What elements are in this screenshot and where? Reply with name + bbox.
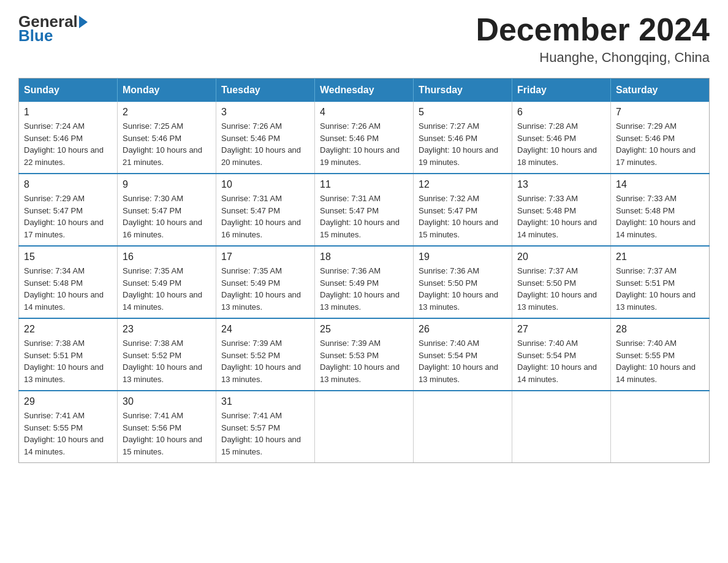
- day-info: Sunrise: 7:29 AMSunset: 5:46 PMDaylight:…: [616, 121, 696, 167]
- day-info: Sunrise: 7:26 AMSunset: 5:46 PMDaylight:…: [320, 121, 400, 167]
- day-info: Sunrise: 7:37 AMSunset: 5:51 PMDaylight:…: [616, 266, 696, 312]
- day-number: 28: [616, 324, 704, 335]
- day-number: 1: [24, 107, 112, 118]
- day-info: Sunrise: 7:36 AMSunset: 5:49 PMDaylight:…: [320, 266, 400, 312]
- day-number: 2: [123, 107, 211, 118]
- table-row: 26 Sunrise: 7:40 AMSunset: 5:54 PMDaylig…: [414, 318, 512, 391]
- table-row: 24 Sunrise: 7:39 AMSunset: 5:52 PMDaylig…: [216, 318, 315, 391]
- day-number: 16: [123, 251, 211, 262]
- table-row: 6 Sunrise: 7:28 AMSunset: 5:46 PMDayligh…: [512, 102, 611, 174]
- day-info: Sunrise: 7:34 AMSunset: 5:48 PMDaylight:…: [24, 266, 104, 312]
- day-info: Sunrise: 7:39 AMSunset: 5:52 PMDaylight:…: [221, 339, 301, 384]
- table-row: 25 Sunrise: 7:39 AMSunset: 5:53 PMDaylig…: [315, 318, 414, 391]
- table-row: 7 Sunrise: 7:29 AMSunset: 5:46 PMDayligh…: [611, 102, 710, 174]
- header-tuesday: Tuesday: [216, 79, 315, 102]
- day-info: Sunrise: 7:40 AMSunset: 5:55 PMDaylight:…: [616, 339, 696, 384]
- table-row: 15 Sunrise: 7:34 AMSunset: 5:48 PMDaylig…: [19, 246, 118, 318]
- day-number: 19: [419, 251, 507, 262]
- day-info: Sunrise: 7:31 AMSunset: 5:47 PMDaylight:…: [320, 194, 400, 239]
- day-number: 27: [517, 324, 605, 335]
- table-row: 27 Sunrise: 7:40 AMSunset: 5:54 PMDaylig…: [512, 318, 611, 391]
- header-monday: Monday: [118, 79, 216, 102]
- table-row: [414, 391, 512, 463]
- table-row: 2 Sunrise: 7:25 AMSunset: 5:46 PMDayligh…: [118, 102, 216, 174]
- table-row: 3 Sunrise: 7:26 AMSunset: 5:46 PMDayligh…: [216, 102, 315, 174]
- table-row: 9 Sunrise: 7:30 AMSunset: 5:47 PMDayligh…: [118, 174, 216, 246]
- table-row: 23 Sunrise: 7:38 AMSunset: 5:52 PMDaylig…: [118, 318, 216, 391]
- table-row: 16 Sunrise: 7:35 AMSunset: 5:49 PMDaylig…: [118, 246, 216, 318]
- day-number: 4: [320, 107, 408, 118]
- table-row: 10 Sunrise: 7:31 AMSunset: 5:47 PMDaylig…: [216, 174, 315, 246]
- day-number: 8: [24, 179, 112, 190]
- day-info: Sunrise: 7:38 AMSunset: 5:51 PMDaylight:…: [24, 339, 104, 384]
- day-info: Sunrise: 7:25 AMSunset: 5:46 PMDaylight:…: [123, 121, 202, 167]
- day-info: Sunrise: 7:35 AMSunset: 5:49 PMDaylight:…: [123, 266, 202, 312]
- day-number: 26: [419, 324, 507, 335]
- day-info: Sunrise: 7:39 AMSunset: 5:53 PMDaylight:…: [320, 339, 400, 384]
- table-row: 19 Sunrise: 7:36 AMSunset: 5:50 PMDaylig…: [414, 246, 512, 318]
- day-number: 17: [221, 251, 309, 262]
- page-header: General Blue December 2024 Huanghe, Chon…: [18, 12, 710, 66]
- day-number: 21: [616, 251, 704, 262]
- day-info: Sunrise: 7:27 AMSunset: 5:46 PMDaylight:…: [419, 121, 498, 167]
- calendar-week-row: 8 Sunrise: 7:29 AMSunset: 5:47 PMDayligh…: [19, 174, 710, 246]
- calendar-week-row: 22 Sunrise: 7:38 AMSunset: 5:51 PMDaylig…: [19, 318, 710, 391]
- day-info: Sunrise: 7:26 AMSunset: 5:46 PMDaylight:…: [221, 121, 301, 167]
- table-row: 5 Sunrise: 7:27 AMSunset: 5:46 PMDayligh…: [414, 102, 512, 174]
- day-info: Sunrise: 7:38 AMSunset: 5:52 PMDaylight:…: [123, 339, 202, 384]
- table-row: 12 Sunrise: 7:32 AMSunset: 5:47 PMDaylig…: [414, 174, 512, 246]
- day-number: 10: [221, 179, 309, 190]
- table-row: [512, 391, 611, 463]
- header-sunday: Sunday: [19, 79, 118, 102]
- day-number: 12: [419, 179, 507, 190]
- day-number: 18: [320, 251, 408, 262]
- calendar-header-row: Sunday Monday Tuesday Wednesday Thursday…: [19, 79, 710, 102]
- table-row: 17 Sunrise: 7:35 AMSunset: 5:49 PMDaylig…: [216, 246, 315, 318]
- table-row: 21 Sunrise: 7:37 AMSunset: 5:51 PMDaylig…: [611, 246, 710, 318]
- day-number: 23: [123, 324, 211, 335]
- day-number: 3: [221, 107, 309, 118]
- table-row: 30 Sunrise: 7:41 AMSunset: 5:56 PMDaylig…: [118, 391, 216, 463]
- day-info: Sunrise: 7:33 AMSunset: 5:48 PMDaylight:…: [517, 194, 597, 239]
- day-number: 14: [616, 179, 704, 190]
- day-info: Sunrise: 7:31 AMSunset: 5:47 PMDaylight:…: [221, 194, 301, 239]
- day-info: Sunrise: 7:37 AMSunset: 5:50 PMDaylight:…: [517, 266, 597, 312]
- day-number: 7: [616, 107, 704, 118]
- table-row: 4 Sunrise: 7:26 AMSunset: 5:46 PMDayligh…: [315, 102, 414, 174]
- day-number: 25: [320, 324, 408, 335]
- day-info: Sunrise: 7:30 AMSunset: 5:47 PMDaylight:…: [123, 194, 202, 239]
- location-subtitle: Huanghe, Chongqing, China: [476, 50, 710, 66]
- header-saturday: Saturday: [611, 79, 710, 102]
- day-number: 13: [517, 179, 605, 190]
- logo-arrow-icon: [79, 16, 88, 28]
- calendar-week-row: 29 Sunrise: 7:41 AMSunset: 5:55 PMDaylig…: [19, 391, 710, 463]
- table-row: 14 Sunrise: 7:33 AMSunset: 5:48 PMDaylig…: [611, 174, 710, 246]
- calendar-table: Sunday Monday Tuesday Wednesday Thursday…: [18, 78, 710, 463]
- table-row: 1 Sunrise: 7:24 AMSunset: 5:46 PMDayligh…: [19, 102, 118, 174]
- day-info: Sunrise: 7:41 AMSunset: 5:57 PMDaylight:…: [221, 411, 301, 456]
- month-title: December 2024: [476, 12, 710, 47]
- table-row: 11 Sunrise: 7:31 AMSunset: 5:47 PMDaylig…: [315, 174, 414, 246]
- day-info: Sunrise: 7:32 AMSunset: 5:47 PMDaylight:…: [419, 194, 498, 239]
- logo: General Blue: [18, 12, 89, 45]
- day-number: 30: [123, 396, 211, 407]
- table-row: 13 Sunrise: 7:33 AMSunset: 5:48 PMDaylig…: [512, 174, 611, 246]
- table-row: 8 Sunrise: 7:29 AMSunset: 5:47 PMDayligh…: [19, 174, 118, 246]
- table-row: 31 Sunrise: 7:41 AMSunset: 5:57 PMDaylig…: [216, 391, 315, 463]
- day-info: Sunrise: 7:40 AMSunset: 5:54 PMDaylight:…: [517, 339, 597, 384]
- day-number: 9: [123, 179, 211, 190]
- day-number: 5: [419, 107, 507, 118]
- title-section: December 2024 Huanghe, Chongqing, China: [476, 12, 710, 66]
- day-number: 29: [24, 396, 112, 407]
- calendar-week-row: 1 Sunrise: 7:24 AMSunset: 5:46 PMDayligh…: [19, 102, 710, 174]
- table-row: 29 Sunrise: 7:41 AMSunset: 5:55 PMDaylig…: [19, 391, 118, 463]
- day-info: Sunrise: 7:24 AMSunset: 5:46 PMDaylight:…: [24, 121, 104, 167]
- header-thursday: Thursday: [414, 79, 512, 102]
- day-number: 24: [221, 324, 309, 335]
- day-info: Sunrise: 7:41 AMSunset: 5:55 PMDaylight:…: [24, 411, 104, 456]
- day-info: Sunrise: 7:28 AMSunset: 5:46 PMDaylight:…: [517, 121, 597, 167]
- header-friday: Friday: [512, 79, 611, 102]
- table-row: [611, 391, 710, 463]
- day-number: 11: [320, 179, 408, 190]
- table-row: 22 Sunrise: 7:38 AMSunset: 5:51 PMDaylig…: [19, 318, 118, 391]
